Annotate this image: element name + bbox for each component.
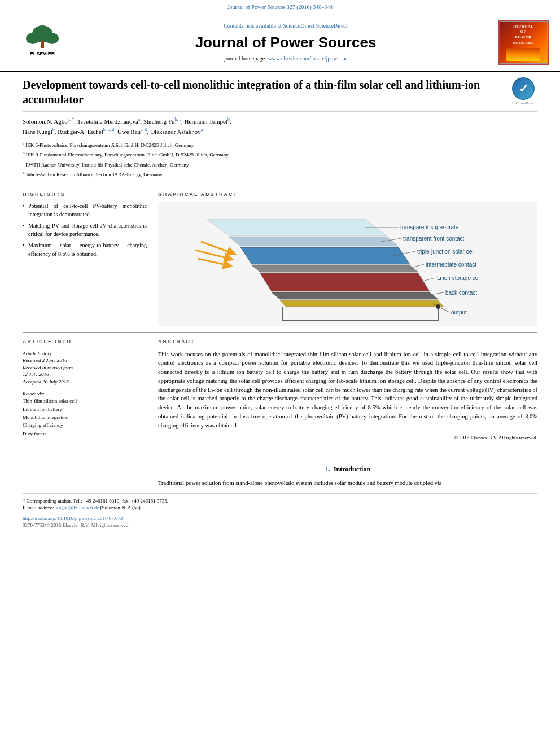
highlights-label: HIGHLIGHTS: [23, 191, 147, 198]
journal-reference-bar: Journal of Power Sources 327 (2016) 340–…: [0, 0, 560, 14]
author-eichel: Rüdiger-A. Eichel: [58, 128, 103, 135]
svg-marker-15: [272, 292, 438, 299]
svg-text:back contact: back contact: [445, 290, 477, 296]
graphical-abstract-label: GRAPHICAL ABSTRACT: [158, 191, 537, 198]
svg-marker-9: [240, 247, 410, 264]
svg-marker-13: [252, 265, 418, 272]
author-yu: Shicheng Yu: [143, 118, 175, 125]
elsevier-logo-icon: ELSEVIER: [11, 23, 73, 59]
svg-point-34: [436, 304, 440, 309]
keyword-5: Duty factor: [23, 430, 147, 438]
keyword-2: Lithium ion battery: [23, 405, 147, 413]
svg-text:transparent front contact: transparent front contact: [403, 235, 465, 242]
article-title-section: Development towards cell-to-cell monolit…: [23, 77, 537, 112]
section-divider: [23, 453, 537, 453]
journal-title-center: Contents lists available at ScienceDirec…: [73, 22, 498, 63]
svg-marker-8: [229, 237, 399, 246]
article-info-label: ARTICLE INFO: [23, 338, 147, 346]
svg-line-10: [201, 242, 232, 253]
affiliation-a: a IEK 5-Photovoltaics, Forschungszentrum…: [23, 141, 537, 150]
email-link[interactable]: s.agbo@fz-juelich.de: [55, 505, 99, 510]
highlights-and-abstract-section: HIGHLIGHTS Potential of cell-to-cell PV-…: [23, 185, 537, 327]
history-title: Article history:: [23, 350, 147, 357]
highlight-item-2: Matching PV and storage cell JV characte…: [23, 222, 147, 238]
highlights-col: HIGHLIGHTS Potential of cell-to-cell PV-…: [23, 191, 147, 327]
keywords-title: Keywords:: [23, 390, 147, 397]
corresponding-note: * Corresponding author. Tel.: +49 246161…: [23, 497, 537, 505]
journal-title: Journal of Power Sources: [73, 32, 498, 53]
highlights-list: Potential of cell-to-cell PV-battery mon…: [23, 202, 147, 258]
ga-diagram: transparent superstrate transparent fron…: [158, 202, 537, 326]
intro-heading: 1. Introduction: [158, 465, 537, 474]
author-astakhov: Oleksandr Astakhov: [150, 128, 201, 135]
affiliation-d: d Jülich-Aachen Research Alliance, Secti…: [23, 170, 537, 179]
copyright: © 2016 Elsevier B.V. All rights reserved…: [158, 434, 537, 442]
keywords-section: Keywords: Thin-film silicon solar cell L…: [23, 390, 147, 438]
journal-homepage: journal homepage: www.elsevier.com/locat…: [73, 55, 498, 63]
author-rau: Uwe Rau: [117, 128, 141, 135]
author-kungl: Hans Kungl: [23, 128, 53, 135]
article-content: Development towards cell-to-cell monolit…: [0, 72, 560, 447]
abstract-label: ABSTRACT: [158, 338, 537, 346]
revised-date: 12 July 2016: [23, 371, 147, 378]
svg-marker-7: [207, 219, 387, 236]
email-suffix: (Solomon.N. Agbo).: [100, 505, 142, 510]
received-date: Received 2 June 2016: [23, 357, 147, 364]
crossmark-icon: ✓: [512, 77, 535, 100]
svg-rect-3: [41, 41, 44, 48]
svg-text:ELSEVIER: ELSEVIER: [30, 51, 55, 56]
homepage-link[interactable]: www.elsevier.com/locate/jpowsour: [268, 55, 347, 62]
svg-text:output: output: [451, 309, 467, 316]
article-info-left: ARTICLE INFO Article history: Received 2…: [23, 338, 147, 442]
svg-marker-16: [280, 300, 444, 307]
svg-text:triple-junction solar cell: triple-junction solar cell: [417, 248, 475, 255]
journal-reference-text: Journal of Power Sources 327 (2016) 340–…: [228, 4, 333, 10]
abstract-text: This work focuses on the potentials of m…: [158, 350, 537, 430]
affiliations: a IEK 5-Photovoltaics, Forschungszentrum…: [23, 141, 537, 179]
received-revised: Received in revised form: [23, 364, 147, 372]
svg-point-2: [45, 33, 59, 44]
svg-text:✓: ✓: [519, 82, 528, 95]
svg-text:transparent superstrate: transparent superstrate: [400, 224, 459, 230]
affiliation-c: c RWTH Aachen University, Institut für P…: [23, 160, 537, 169]
keyword-1: Thin-film silicon solar cell: [23, 397, 147, 405]
author-tempel: Hermann Tempel: [185, 118, 228, 125]
intro-text: Traditional power solution from stand-al…: [158, 479, 537, 488]
issn-text: 0378-7753/© 2016 Elsevier B.V. All right…: [23, 522, 537, 529]
introduction-section: 1. Introduction Traditional power soluti…: [0, 459, 560, 488]
author-merdzhanova: Tsvetelina Merdzhanova: [77, 118, 138, 125]
svg-text:Li ion storage cell: Li ion storage cell: [437, 275, 481, 281]
graphical-abstract-col: GRAPHICAL ABSTRACT: [158, 191, 537, 327]
keyword-4: Charging efficiency: [23, 421, 147, 429]
email-line: E-mail address: s.agbo@fz-juelich.de (So…: [23, 504, 537, 512]
keyword-3: Monolithic integration: [23, 413, 147, 421]
footnote-section: * Corresponding author. Tel.: +49 246161…: [23, 493, 537, 529]
highlight-item-3: Maximum solar energy-to-battery charging…: [23, 242, 147, 258]
journal-header: ELSEVIER Contents lists available at Sci…: [0, 14, 560, 72]
highlight-item-1: Potential of cell-to-cell PV-battery mon…: [23, 202, 147, 219]
accepted-date: Accepted 20 July 2016: [23, 378, 147, 386]
abstract-section: ABSTRACT This work focuses on the potent…: [158, 338, 537, 442]
article-title: Development towards cell-to-cell monolit…: [23, 77, 512, 107]
article-info-section: ARTICLE INFO Article history: Received 2…: [23, 332, 537, 442]
affiliation-b: b IEK 9-Fundamental Electrochemistry, Fo…: [23, 150, 537, 159]
journal-cover: JOURNALOFPOWERSOURCES: [498, 20, 549, 65]
svg-text:intermediate contact: intermediate contact: [426, 261, 476, 268]
svg-line-11: [195, 250, 229, 259]
crossmark-logo[interactable]: ✓ CrossMark: [512, 77, 537, 103]
intro-right: 1. Introduction Traditional power soluti…: [158, 465, 537, 488]
authors-line: Solomon.N. Agboa, *, Tsvetelina Merdzhan…: [23, 116, 537, 137]
doi-link[interactable]: http://dx.doi.org/10.1016/j.jpowsour.201…: [23, 516, 123, 521]
article-history: Article history: Received 2 June 2016 Re…: [23, 350, 147, 386]
crossmark-label: CrossMark: [512, 101, 537, 107]
journal-cover-image: JOURNALOFPOWERSOURCES: [500, 21, 548, 64]
svg-point-1: [26, 33, 40, 44]
intro-number: 1.: [325, 465, 330, 473]
sciencedirect-label: Contents lists available at ScienceDirec…: [73, 22, 498, 30]
intro-title: Introduction: [332, 465, 370, 473]
keywords-list: Thin-film silicon solar cell Lithium ion…: [23, 397, 147, 438]
svg-line-12: [198, 259, 228, 265]
svg-marker-14: [260, 273, 430, 291]
email-label: E-mail address:: [23, 505, 54, 510]
intro-left-spacer: [23, 465, 147, 488]
